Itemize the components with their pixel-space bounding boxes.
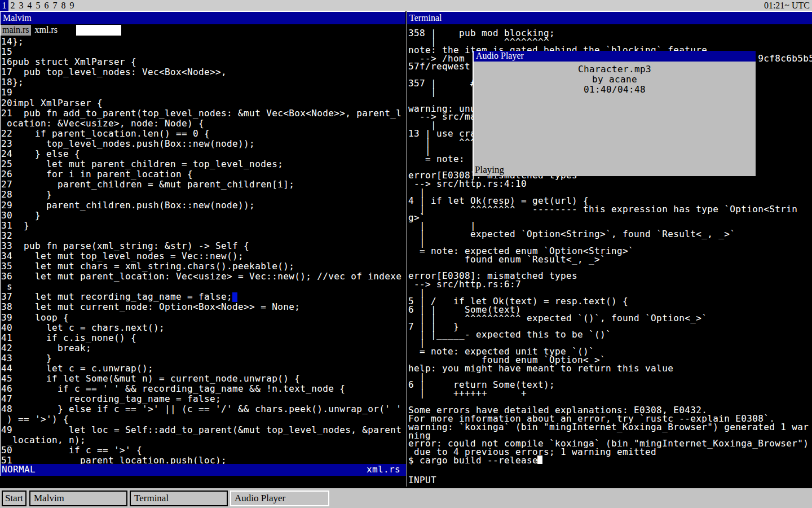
taskbar-button[interactable]: Terminal (130, 491, 228, 506)
terminal-line: 358 | pub mod blocking; (408, 28, 812, 36)
terminal-line: 4 | if let Ok(resp) = get(url) { (408, 195, 812, 204)
taskbar: Start MalvimTerminalAudio Player (0, 487, 812, 508)
tabbar-filler (76, 25, 121, 36)
terminal-line: | ^^^^^^^^ -------- this expression has … (408, 204, 812, 212)
terminal-line: 6 | return Some(text); (408, 379, 812, 388)
terminal-cursor (537, 456, 542, 464)
code-line: 14}; (1, 36, 405, 46)
code-line: 27 parent_children = &mut parent_childre… (1, 179, 405, 189)
code-line: 48 } else if c == '>' || (c == '/' && ch… (1, 404, 405, 414)
code-line: _location, n); (1, 435, 405, 445)
taskbar-button[interactable]: Malvim (29, 491, 127, 506)
editor-code-area[interactable]: 14};1516pub struct XmlParser {17 pub top… (1, 36, 405, 465)
clock: 01:21~ UTC (764, 0, 810, 11)
terminal-line: | ++++++ + (408, 388, 812, 396)
statusbar-filename: xml.rs (367, 464, 400, 475)
code-line: 43 } (1, 353, 405, 363)
terminal-titlebar[interactable]: Terminal (407, 12, 812, 24)
terminal-line: | expected `Option<String>`, found `Resu… (408, 229, 812, 237)
terminal-line: For more information about an error, try… (408, 413, 812, 422)
code-line: 18}; (1, 77, 405, 87)
code-line: 32 (1, 230, 405, 240)
code-line: 41 if c.is_none() { (1, 332, 405, 343)
taskbar-window-buttons: MalvimTerminalAudio Player (29, 491, 329, 506)
top-status-bar: 123456789 01:21~ UTC (0, 0, 812, 11)
code-line: 25 let mut parent_children = top_level_n… (1, 159, 405, 169)
terminal-line: error: could not compile `koxinga` (bin … (408, 438, 812, 446)
workspace-number[interactable]: 5 (34, 0, 42, 11)
workspace-number[interactable]: 3 (17, 0, 25, 11)
track-artist: by acane (474, 75, 756, 85)
workspace-switcher: 123456789 (0, 0, 76, 11)
code-line: 31 } (1, 220, 405, 230)
workspace-number[interactable]: 7 (51, 0, 59, 11)
code-line: 29 parent_children.push(Box::new(node)); (1, 200, 405, 210)
terminal-line: help: you might have meant to return thi… (408, 363, 812, 371)
code-line: 34 let mut top_level_nodes = Vec::new(); (1, 251, 405, 261)
code-line: 39 loop { (1, 312, 405, 322)
terminal-line: --> src/http.rs:4:10 (408, 178, 812, 187)
workspace-number[interactable]: 6 (42, 0, 51, 11)
terminal-mode-indicator: INPUT (408, 475, 436, 485)
terminal-line: | | (408, 220, 812, 229)
terminal-line: found enum `Option<_>` (408, 354, 812, 363)
terminal-line: --> src/http.rs:6:7 (408, 279, 812, 287)
code-line: 50 if c == '>' { (1, 445, 405, 455)
code-line: 47 recording_tag_name = false; (1, 393, 405, 404)
code-line: 17 pub top_level_nodes: Vec<Box<Node>>, (1, 67, 405, 77)
workspace-number[interactable]: 1 (0, 0, 8, 11)
terminal-line: | | ^^^^^^^^^^ expected `()`, found `Opt… (408, 313, 812, 321)
code-line: 15 (1, 46, 405, 56)
terminal-line: error[E0308]: mismatched types (408, 270, 812, 279)
code-line: 19 (1, 87, 405, 97)
code-line: 35 let mut chars = xml_string.chars().pe… (1, 261, 405, 271)
code-line: 40 let c = chars.next(); (1, 322, 405, 332)
code-line: 21 pub fn add_to_parent(top_level_nodes:… (1, 108, 405, 118)
code-line: 38 let mut current_node: Option<Box<Node… (1, 301, 405, 312)
code-line: 44 let c = c.unwrap(); (1, 363, 405, 373)
code-line: 28 } (1, 189, 405, 199)
editor-tab[interactable]: main.rs (1, 25, 31, 36)
editor-window[interactable]: Malvim main.rsxml.rs 14};1516pub struct … (0, 11, 405, 476)
audio-player-window[interactable]: Audio Player Character.mp3 by acane 01:4… (473, 51, 756, 176)
code-line: 49 let loc = Self::add_to_parent(&mut to… (1, 424, 405, 435)
editor-tabbar: main.rsxml.rs (1, 25, 406, 36)
workspace-number[interactable]: 9 (68, 0, 76, 11)
code-line: 26 for i in parent_location { (1, 169, 405, 179)
taskbar-button[interactable]: Audio Player (230, 491, 329, 506)
code-line: 23 top_level_nodes.push(Box::new(node)); (1, 138, 405, 148)
workspace-number[interactable]: 4 (25, 0, 34, 11)
code-line: 30 } (1, 210, 405, 220)
terminal-line: 5 | / if let Ok(text) = resp.text() { (408, 296, 812, 304)
editor-cursor (232, 292, 237, 302)
audio-player-titlebar[interactable]: Audio Player (474, 51, 756, 62)
terminal-line: warning: `koxinga` (bin "mingInternet_Ko… (408, 422, 812, 430)
code-line: 42 break; (1, 343, 405, 353)
editor-titlebar[interactable]: Malvim (1, 12, 405, 24)
workspace-number[interactable]: 2 (8, 0, 17, 11)
code-line: 24 } else { (1, 148, 405, 159)
code-line: ) == '>') { (1, 414, 405, 424)
code-line: 22 if parent_location.len() == 0 { (1, 128, 405, 138)
code-line: ocation: &Vec<usize>, node: Node) { (1, 118, 405, 128)
code-line: s (1, 281, 405, 291)
playback-status: Playing (475, 164, 504, 176)
terminal-line: = note: expected enum `Option<String>` (408, 246, 812, 254)
start-button[interactable]: Start (2, 491, 27, 506)
code-line: 46 if c == ' ' && recording_tag_name && … (1, 383, 405, 393)
code-line: 45 if let Some(&mut n) = current_node.un… (1, 373, 405, 383)
code-line: 36 let mut parent_location: Vec<usize> =… (1, 271, 405, 281)
terminal-line: | |_____- expected this to be `()` (408, 329, 812, 338)
track-title: Character.mp3 (474, 64, 756, 75)
editor-statusbar: NORMAL xml.rs (1, 464, 406, 476)
workspace-number[interactable]: 8 (59, 0, 68, 11)
code-line: 37 let mut recording_tag_name = false; (1, 291, 405, 301)
code-line: 16pub struct XmlParser { (1, 56, 405, 67)
track-time: 01:40/04:48 (474, 85, 756, 95)
editor-tab[interactable]: xml.rs (33, 25, 59, 36)
terminal-line: | ^^^^^^^^ (408, 36, 812, 45)
vim-mode-indicator: NORMAL (2, 464, 36, 475)
terminal-line: = note: expected unit type `()` (408, 346, 812, 354)
terminal-line: Some errors have detailed explanations: … (408, 405, 812, 413)
code-line: 33 pub fn parse(xml_string: &str) -> Sel… (1, 240, 405, 251)
